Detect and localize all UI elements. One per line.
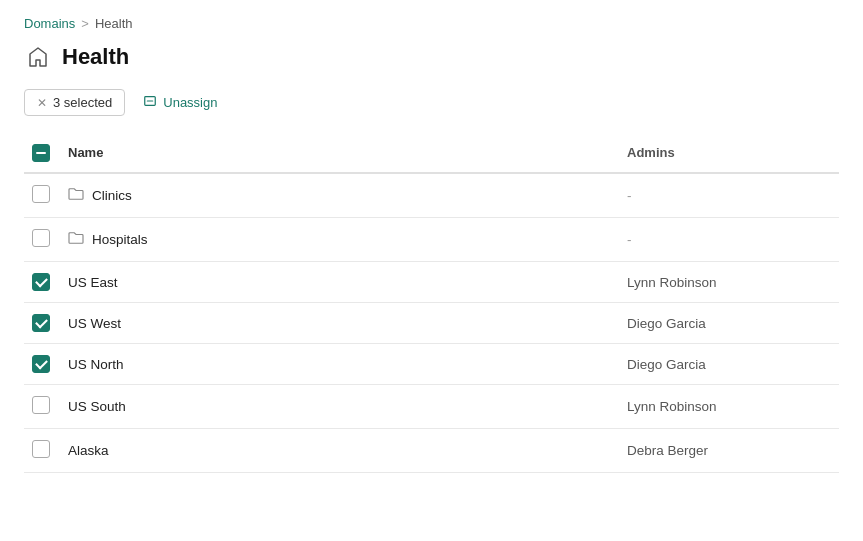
page-title: Health xyxy=(62,44,129,70)
dash: - xyxy=(627,232,632,247)
row-checkbox[interactable] xyxy=(32,314,50,332)
dash: - xyxy=(627,188,632,203)
row-name: Alaska xyxy=(68,443,109,458)
selected-label: 3 selected xyxy=(53,95,112,110)
table-row: AlaskaDebra Berger xyxy=(24,429,839,473)
table-row: US SouthLynn Robinson xyxy=(24,385,839,429)
row-admin: Debra Berger xyxy=(619,429,839,473)
row-name-cell: US North xyxy=(60,344,619,385)
domains-table: Name Admins Clinics-Hospitals-US EastLyn… xyxy=(24,132,839,473)
th-checkbox[interactable] xyxy=(24,132,60,173)
breadcrumb-parent[interactable]: Domains xyxy=(24,16,75,31)
row-name: Hospitals xyxy=(92,232,148,247)
x-icon: ✕ xyxy=(37,96,47,110)
row-admin: Lynn Robinson xyxy=(619,385,839,429)
row-name: US West xyxy=(68,316,121,331)
row-checkbox[interactable] xyxy=(32,355,50,373)
unassign-label: Unassign xyxy=(163,95,217,110)
breadcrumb-current: Health xyxy=(95,16,133,31)
row-name: US North xyxy=(68,357,124,372)
row-name-cell: Hospitals xyxy=(60,218,619,262)
row-name: US South xyxy=(68,399,126,414)
row-admin: Lynn Robinson xyxy=(619,262,839,303)
unassign-icon xyxy=(143,94,157,111)
row-name: Clinics xyxy=(92,188,132,203)
header-checkbox[interactable] xyxy=(32,144,50,162)
row-admin: Diego Garcia xyxy=(619,344,839,385)
row-checkbox[interactable] xyxy=(32,185,50,203)
table-row: US WestDiego Garcia xyxy=(24,303,839,344)
row-name-cell: Alaska xyxy=(60,429,619,473)
page-header: Health xyxy=(24,43,839,71)
th-name: Name xyxy=(60,132,619,173)
folder-icon xyxy=(68,187,84,204)
row-name-cell: US West xyxy=(60,303,619,344)
row-admin: Diego Garcia xyxy=(619,303,839,344)
toolbar: ✕ 3 selected Unassign xyxy=(24,89,839,116)
folder-icon xyxy=(68,231,84,248)
row-checkbox[interactable] xyxy=(32,396,50,414)
row-checkbox-cell xyxy=(24,303,60,344)
table-row: Clinics- xyxy=(24,173,839,218)
row-checkbox[interactable] xyxy=(32,440,50,458)
th-admins: Admins xyxy=(619,132,839,173)
row-checkbox-cell xyxy=(24,173,60,218)
row-name-cell: US South xyxy=(60,385,619,429)
selected-button[interactable]: ✕ 3 selected xyxy=(24,89,125,116)
unassign-button[interactable]: Unassign xyxy=(135,89,225,116)
row-checkbox-cell xyxy=(24,385,60,429)
breadcrumb-separator: > xyxy=(81,16,89,31)
row-admin: - xyxy=(619,218,839,262)
row-name: US East xyxy=(68,275,118,290)
row-checkbox[interactable] xyxy=(32,229,50,247)
table-row: US EastLynn Robinson xyxy=(24,262,839,303)
row-checkbox-cell xyxy=(24,344,60,385)
row-checkbox-cell xyxy=(24,218,60,262)
table-row: US NorthDiego Garcia xyxy=(24,344,839,385)
breadcrumb: Domains > Health xyxy=(24,16,839,31)
row-checkbox-cell xyxy=(24,429,60,473)
domain-icon xyxy=(24,43,52,71)
row-name-cell: Clinics xyxy=(60,173,619,218)
row-admin: - xyxy=(619,173,839,218)
row-name-cell: US East xyxy=(60,262,619,303)
table-row: Hospitals- xyxy=(24,218,839,262)
row-checkbox[interactable] xyxy=(32,273,50,291)
row-checkbox-cell xyxy=(24,262,60,303)
